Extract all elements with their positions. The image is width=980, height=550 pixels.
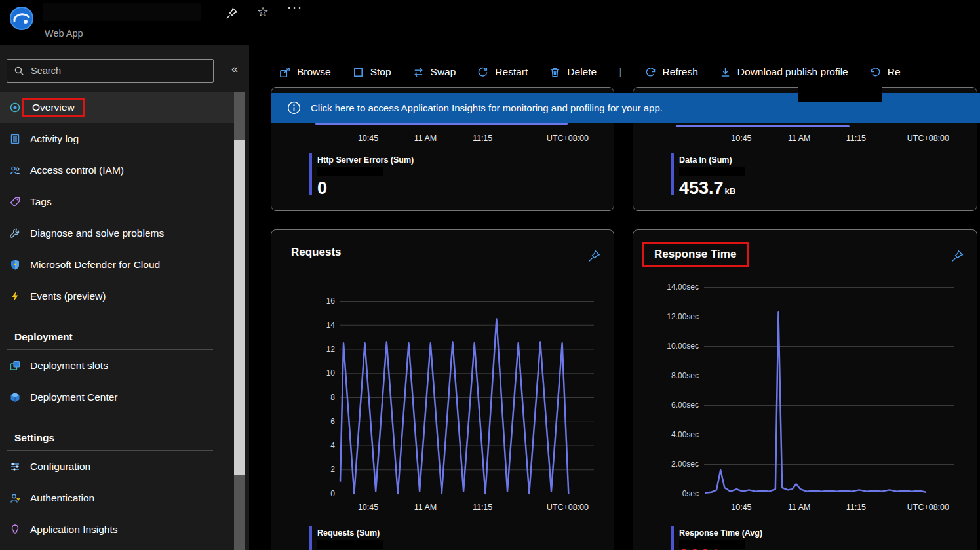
y-tick-label: 8.00sec (671, 371, 699, 380)
metric-value: 0 (317, 180, 414, 197)
refresh-button[interactable]: Refresh (644, 66, 698, 79)
stop-label: Stop (370, 66, 391, 78)
sidebar-item-overview[interactable]: Overview (0, 92, 234, 123)
y-axis: 14.00sec12.00sec10.00sec8.00sec6.00sec4.… (633, 287, 699, 494)
authentication-icon (9, 492, 21, 504)
metric-name: Requests (Sum) (317, 528, 380, 538)
reset-label: Re (888, 66, 901, 78)
x-tick-label: 10:45 (731, 503, 751, 512)
y-tick-label: 2 (330, 465, 335, 474)
y-tick-label: 10 (326, 368, 335, 378)
more-options-icon[interactable]: ··· (287, 1, 303, 14)
download-publish-profile-label: Download publish profile (737, 66, 848, 78)
response-time-chart[interactable] (704, 287, 954, 494)
legend-color-bar (671, 153, 674, 195)
pin-icon[interactable] (588, 250, 600, 262)
swap-button[interactable]: Swap (412, 66, 456, 79)
metric-line (315, 123, 568, 125)
y-tick-label: 8 (330, 393, 335, 402)
metric-value: 453.7kB (679, 180, 745, 197)
x-tick-label: 11:15 (473, 134, 492, 143)
y-tick-label: 6.00sec (671, 401, 699, 410)
pin-icon[interactable] (225, 7, 238, 20)
y-axis: 1614121086420 (271, 301, 335, 494)
redaction-box-app-name (317, 167, 383, 176)
metric-name: Data In (Sum) (679, 155, 732, 165)
restart-button[interactable]: Restart (477, 66, 528, 79)
sidebar-item-authentication[interactable]: Authentication (0, 482, 234, 514)
response-time-card: Response Time 14.00sec12.00sec10.00sec8.… (633, 229, 977, 550)
lightning-icon (9, 290, 21, 302)
sliders-icon (9, 461, 21, 473)
x-tick-label: 11 AM (414, 503, 437, 512)
reset-publish-profile-button[interactable]: Re (869, 66, 901, 79)
sidebar-nav: Overview Activity log Access control (IA… (0, 92, 234, 545)
trash-icon (549, 66, 561, 79)
redaction-box-app-name (317, 540, 383, 549)
sidebar-item-events[interactable]: Events (preview) (0, 281, 234, 312)
sidebar-item-deployment-center[interactable]: Deployment Center (0, 382, 234, 413)
wrench-icon (9, 227, 21, 239)
utc-label: UTC+08:00 (907, 134, 949, 143)
sidebar-item-application-insights[interactable]: Application Insights (0, 514, 234, 545)
sidebar-item-diagnose[interactable]: Diagnose and solve problems (0, 218, 234, 249)
y-tick-label: 14.00sec (667, 283, 699, 292)
metric-name: Http Server Errors (Sum) (317, 155, 414, 165)
browse-button[interactable]: Browse (279, 66, 331, 79)
browse-label: Browse (297, 66, 331, 78)
requests-chart[interactable] (340, 301, 594, 494)
favorite-star-icon[interactable]: ☆ (257, 4, 269, 20)
sidebar-item-label: Activity log (30, 133, 79, 145)
card-title: Response Time (654, 248, 736, 261)
metric-unit: kB (725, 186, 736, 196)
stop-icon (352, 66, 364, 79)
y-tick-label: 12 (326, 345, 335, 354)
delete-button[interactable]: Delete (549, 66, 597, 79)
restart-label: Restart (495, 66, 528, 78)
y-tick-label: 0 (330, 489, 335, 498)
download-publish-profile-button[interactable]: Download publish profile (719, 66, 848, 79)
scrollbar-thumb[interactable] (234, 140, 245, 475)
x-tick-label: 10:45 (358, 503, 378, 512)
sidebar-item-label: Events (preview) (30, 290, 106, 302)
sidebar-item-defender[interactable]: Microsoft Defender for Cloud (0, 249, 234, 281)
web-app-icon (8, 5, 35, 32)
redaction-box-app-name (679, 167, 745, 176)
pin-icon[interactable] (951, 250, 964, 262)
y-tick-label: 0sec (682, 489, 699, 498)
x-tick-label: 11 AM (788, 134, 811, 143)
tags-icon (9, 196, 21, 208)
card-title: Requests (291, 246, 342, 259)
sidebar-item-access-control[interactable]: Access control (IAM) (0, 155, 234, 186)
x-tick-label: 11 AM (788, 503, 811, 512)
y-tick-label: 4.00sec (671, 430, 699, 439)
sidebar-section-settings: Settings (7, 413, 213, 451)
y-tick-label: 6 (330, 417, 335, 426)
y-tick-label: 2.00sec (671, 460, 699, 469)
stop-button[interactable]: Stop (352, 66, 391, 79)
sidebar-item-tags[interactable]: Tags (0, 186, 234, 218)
toolbar-divider: | (619, 66, 621, 79)
reset-icon (869, 66, 882, 79)
sidebar-search-box[interactable] (7, 59, 214, 83)
metric-name: Response Time (Avg) (679, 528, 762, 538)
sidebar-item-configuration[interactable]: Configuration (0, 451, 234, 482)
line-series (705, 312, 926, 493)
utc-label: UTC+08:00 (547, 503, 589, 512)
collapse-menu-icon[interactable]: « (231, 62, 238, 76)
search-input[interactable] (29, 65, 206, 77)
sidebar-scrollbar[interactable] (234, 92, 245, 550)
resource-type-label: Web App (45, 28, 83, 39)
x-tick-label: 11:15 (846, 134, 866, 143)
sidebar-item-deployment-slots[interactable]: Deployment slots (0, 350, 234, 382)
sidebar-item-label: Microsoft Defender for Cloud (30, 259, 160, 271)
redaction-box (798, 84, 882, 102)
sidebar-item-label: Deployment Center (30, 391, 118, 403)
metric-line (676, 125, 850, 127)
utc-label: UTC+08:00 (547, 134, 589, 143)
y-tick-label: 4 (330, 441, 335, 450)
delete-label: Delete (567, 66, 597, 78)
legend-color-bar (309, 153, 312, 195)
sidebar-item-activity-log[interactable]: Activity log (0, 123, 234, 155)
shield-icon (9, 259, 21, 271)
